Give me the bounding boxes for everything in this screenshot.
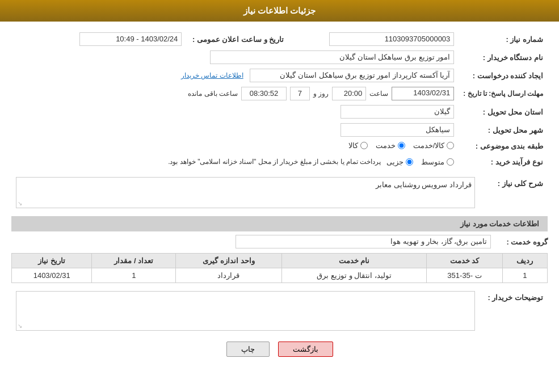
radio-khadamat[interactable]: خدمت: [376, 141, 405, 150]
radio-mottavaset[interactable]: متوسط: [421, 158, 454, 166]
col-code: کد خدمت: [427, 254, 502, 268]
shomare-niaz-label: شماره نیاز :: [459, 30, 548, 48]
tabaqe-radio-group: کالا/خدمت خدمت کالا: [348, 141, 455, 150]
ijad-value: آریا آکسته کارپرداز امور توزیع برق سیاهک…: [250, 69, 454, 82]
ostan-value: گیلان: [341, 105, 454, 119]
cell-unit: قرارداد: [176, 268, 281, 283]
noe-farayand-label: نوع فرآیند خرید :: [459, 153, 548, 170]
group-label: گروه خدمت :: [497, 238, 548, 246]
radio-kala-khadamat[interactable]: کالا/خدمت: [413, 141, 455, 150]
cell-code: ت -35-351: [427, 268, 502, 283]
radio-kala[interactable]: کالا: [348, 141, 368, 150]
main-info-table: شماره نیاز : 1103093705000003 تاریخ و سا…: [11, 30, 548, 170]
saat-label: ساعت: [369, 90, 388, 98]
farayand-radio-group: متوسط جزیی: [386, 158, 454, 166]
ijad-label: ایجاد کننده درخواست :: [459, 66, 548, 85]
col-name: نام خدمت: [281, 254, 427, 268]
radio-jozi-label: جزیی: [386, 158, 404, 166]
mohlat-remaining: 08:30:52: [241, 87, 287, 100]
description-table: توضیحات خریدار : ↘: [11, 289, 548, 333]
mohlat-saat: 20:00: [332, 87, 366, 100]
contact-link[interactable]: اطلاعات تماس خریدار: [181, 71, 243, 79]
radio-mottavaset-label: متوسط: [421, 158, 444, 166]
cell-radif: 1: [502, 268, 547, 283]
mohlat-label: مهلت ارسال پاسخ: تا تاریخ :: [459, 85, 548, 103]
col-unit: واحد اندازه گیری: [176, 254, 281, 268]
shahr-label: شهر محل تحویل :: [459, 121, 548, 139]
services-section-header: اطلاعات خدمات مورد نیاز: [11, 216, 548, 231]
tabaqe-label: طبقه بندی موضوعی :: [459, 139, 548, 153]
nam-dastgah-label: نام دستگاه خریدار :: [459, 48, 548, 66]
sharh-label: شرح کلی نیاز :: [480, 175, 548, 210]
radio-kala-label: کالا: [348, 141, 358, 150]
cell-date: 1403/02/31: [12, 268, 92, 283]
nam-dastgah-value: امور توزیع برق سیاهکل استان گیلان: [210, 50, 454, 64]
mohlat-rooz: 7: [290, 87, 310, 100]
back-button[interactable]: بازگشت: [278, 342, 333, 357]
shomare-niaz-value: 1103093705000003: [329, 32, 454, 46]
remaining-label: ساعت باقی مانده: [188, 90, 238, 98]
group-service-row: گروه خدمت : تامین برق، گاز، بخار و تهویه…: [11, 235, 548, 248]
tarikh-value: 1403/02/24 - 10:49: [79, 32, 182, 46]
table-row: 1ت -35-351تولید، انتقال و توزیع برققرارد…: [12, 268, 548, 283]
buttons-row: بازگشت چاپ: [11, 342, 548, 357]
shahr-value: سیاهکل: [341, 123, 454, 137]
page-title: جزئیات اطلاعات نیاز: [243, 6, 316, 15]
col-count: تعداد / مقدار: [92, 254, 176, 268]
farayand-note: پرداخت تمام یا بخشی از مبلغ خریدار از مح…: [168, 155, 381, 168]
mohlat-date: 1403/02/31: [392, 87, 454, 100]
radio-khadamat-label: خدمت: [376, 141, 396, 150]
rooz-label: روز و: [313, 90, 329, 98]
col-date: تاریخ نیاز: [12, 254, 92, 268]
col-radif: ردیف: [502, 254, 547, 268]
page-header: جزئیات اطلاعات نیاز: [0, 0, 559, 22]
ostan-label: استان محل تحویل :: [459, 103, 548, 121]
sharh-table: شرح کلی نیاز : قرارداد سرویس روشنایی معا…: [11, 175, 548, 210]
tarikh-label: تاریخ و ساعت اعلان عمومی :: [186, 30, 288, 48]
cell-count: 1: [92, 268, 176, 283]
description-label: توضیحات خریدار :: [480, 289, 548, 333]
radio-jozi[interactable]: جزیی: [386, 158, 413, 166]
services-table: ردیف کد خدمت نام خدمت واحد اندازه گیری ت…: [11, 253, 548, 283]
group-value: تامین برق، گاز، بخار و تهویه هوا: [236, 235, 491, 248]
sharh-value: قرارداد سرویس روشنایی معابر: [376, 180, 472, 189]
print-button[interactable]: چاپ: [226, 342, 270, 357]
radio-kala-khadamat-label: کالا/خدمت: [413, 141, 445, 150]
cell-name: تولید، انتقال و توزیع برق: [281, 268, 427, 283]
